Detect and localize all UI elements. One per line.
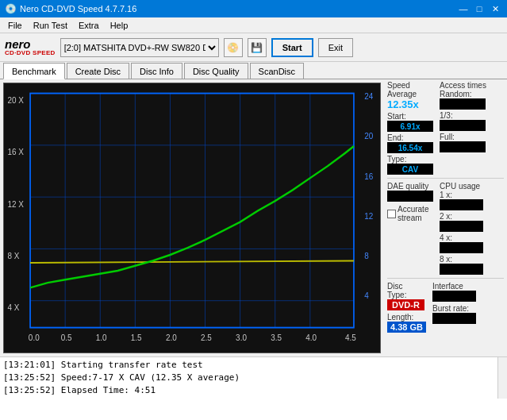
svg-text:24: 24 [364, 91, 373, 101]
close-button[interactable]: ✕ [488, 2, 502, 16]
log-scrollbar[interactable] [497, 357, 507, 399]
burst-label: Burst rate: [432, 304, 476, 313]
svg-text:2.5: 2.5 [201, 332, 212, 342]
toolbar: nero CD·DVD SPEED [2:0] MATSHITA DVD+-RW… [0, 33, 507, 62]
cdspeed-text: CD·DVD SPEED [5, 50, 56, 56]
type-value: CAV [387, 164, 433, 175]
svg-text:4: 4 [364, 291, 369, 301]
accurate-label: Accuratestream [398, 205, 428, 222]
log-area: [13:21:01] Starting transfer rate test [… [0, 356, 507, 420]
tab-disc-info[interactable]: Disc Info [131, 63, 182, 79]
svg-text:16: 16 [364, 171, 373, 181]
exit-button[interactable]: Exit [318, 38, 353, 57]
access-times-col: Access times Random: 1/3: Full: [440, 81, 486, 175]
svg-text:2.0: 2.0 [166, 332, 177, 342]
interface-value [432, 291, 476, 302]
chart-svg: 20 X 16 X 12 X 8 X 4 X 24 20 16 12 8 4 [4, 83, 380, 353]
dae-title: DAE quality [387, 182, 433, 191]
third-value [440, 120, 486, 131]
start-button[interactable]: Start [271, 38, 313, 57]
x4-label: 4 x: [440, 233, 483, 242]
svg-text:3.0: 3.0 [236, 332, 247, 342]
disc-interface-row: Disc Type: DVD-R Length: 4.38 GB Interfa… [387, 282, 504, 333]
log-line-3: [13:25:52] Elapsed Time: 4:51 [3, 384, 494, 397]
type-label: Type: [387, 155, 433, 164]
dae-cpu-row: DAE quality Accuratestream CPU usage 1 x… [387, 182, 504, 275]
chart-container: 20 X 16 X 12 X 8 X 4 X 24 20 16 12 8 4 [3, 83, 381, 353]
eject-button[interactable]: 📀 [224, 38, 243, 57]
svg-text:8 X: 8 X [7, 250, 19, 260]
interface-title: Interface [432, 282, 476, 291]
start-value: 6.91x [387, 121, 433, 132]
nero-text: nero [5, 38, 56, 50]
burst-value [432, 313, 476, 324]
svg-text:1.5: 1.5 [131, 332, 142, 342]
x2-label: 2 x: [440, 212, 483, 221]
access-title: Access times [440, 81, 486, 90]
x2-value [440, 221, 483, 232]
dae-value [387, 191, 433, 202]
interface-section: Interface Burst rate: [432, 282, 476, 333]
tab-disc-quality[interactable]: Disc Quality [184, 63, 248, 79]
average-value: 12.35x [387, 98, 433, 110]
tab-create-disc[interactable]: Create Disc [67, 63, 129, 79]
svg-text:12 X: 12 X [7, 198, 23, 209]
random-label: Random: [440, 90, 486, 98]
svg-rect-0 [4, 83, 380, 353]
title-bar-left: 💿 Nero CD-DVD Speed 4.7.7.16 [5, 3, 136, 14]
window-title: Nero CD-DVD Speed 4.7.7.16 [20, 4, 136, 13]
svg-text:4.5: 4.5 [345, 332, 356, 342]
tab-benchmark[interactable]: Benchmark [3, 63, 65, 79]
menu-help[interactable]: Help [106, 19, 133, 32]
accurate-checkbox[interactable] [387, 210, 396, 218]
x8-label: 8 x: [440, 255, 483, 264]
disc-section: Disc Type: DVD-R Length: 4.38 GB [387, 282, 426, 333]
disc-length-label: Length: [387, 313, 426, 322]
tab-bar: Benchmark Create Disc Disc Info Disc Qua… [0, 62, 507, 79]
start-label: Start: [387, 112, 433, 121]
right-panel: Speed Average 12.35x Start: 6.91x End: 1… [384, 79, 507, 356]
menu-run-test[interactable]: Run Test [29, 19, 72, 32]
svg-text:1.0: 1.0 [96, 332, 107, 342]
log-content: [13:21:01] Starting transfer rate test [… [0, 357, 497, 399]
tab-scan-disc[interactable]: ScanDisc [250, 63, 304, 79]
log-text: [13:21:01] Starting transfer rate test [… [0, 357, 497, 399]
minimize-button[interactable]: — [456, 2, 471, 16]
disc-length-value: 4.38 GB [387, 322, 426, 333]
disc-type-label: Disc [387, 282, 426, 291]
third-label: 1/3: [440, 111, 486, 120]
dae-section: DAE quality Accuratestream [387, 182, 433, 275]
svg-text:20 X: 20 X [7, 94, 23, 105]
svg-text:16 X: 16 X [7, 147, 23, 157]
svg-text:0.5: 0.5 [61, 332, 72, 342]
average-label: Average [387, 90, 433, 98]
disc-type-sub: Type: [387, 291, 426, 299]
save-button[interactable]: 💾 [248, 38, 267, 57]
nero-logo: nero CD·DVD SPEED [5, 38, 56, 56]
log-line-1: [13:21:01] Starting transfer rate test [3, 359, 494, 372]
maximize-button[interactable]: □ [472, 2, 486, 16]
x8-value [440, 264, 483, 275]
end-label: End: [387, 133, 433, 142]
svg-text:8: 8 [364, 250, 369, 260]
drive-select[interactable]: [2:0] MATSHITA DVD+-RW SW820 D.02 [60, 38, 219, 57]
menu-file[interactable]: File [3, 19, 27, 32]
log-line-2: [13:25:52] Speed:7-17 X CAV (12.35 X ave… [3, 372, 494, 384]
full-label: Full: [440, 133, 486, 141]
title-bar: 💿 Nero CD-DVD Speed 4.7.7.16 — □ ✕ [0, 0, 507, 17]
title-bar-controls: — □ ✕ [456, 2, 502, 16]
svg-text:20: 20 [364, 131, 373, 141]
svg-text:4.0: 4.0 [305, 332, 317, 342]
x4-value [440, 242, 483, 253]
app-icon: 💿 [5, 3, 17, 14]
svg-text:4 X: 4 X [7, 302, 19, 313]
random-value [440, 98, 486, 110]
x1-label: 1 x: [440, 191, 483, 199]
disc-type-badge: DVD-R [387, 299, 424, 310]
menu-extra[interactable]: Extra [74, 19, 104, 32]
log-inner: [13:21:01] Starting transfer rate test [… [0, 357, 507, 399]
svg-text:0.0: 0.0 [29, 332, 40, 342]
svg-text:3.5: 3.5 [271, 332, 282, 342]
main-content: 20 X 16 X 12 X 8 X 4 X 24 20 16 12 8 4 [0, 79, 507, 356]
cpu-title: CPU usage [440, 182, 483, 191]
